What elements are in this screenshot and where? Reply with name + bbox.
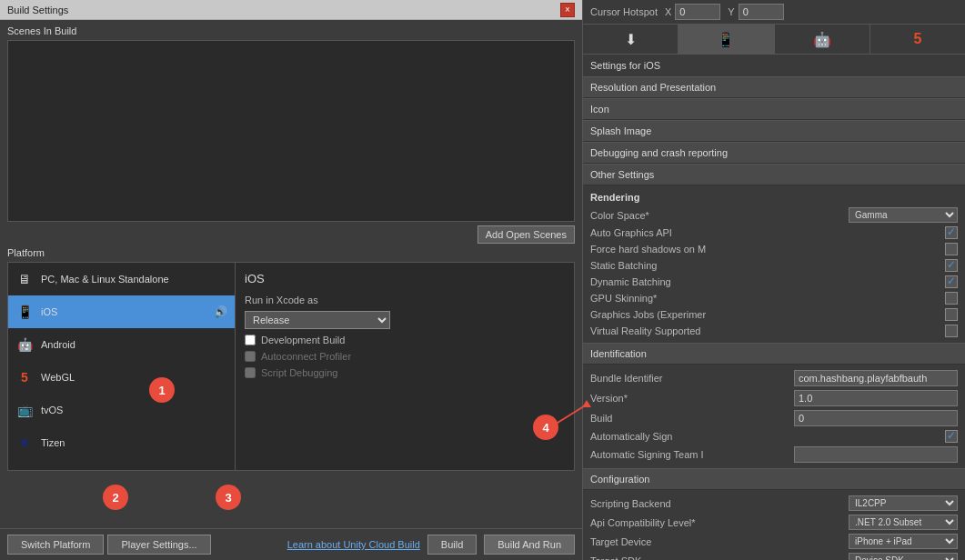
static-batching-row: Static Batching — [590, 257, 958, 274]
cursor-y-label: Y — [728, 6, 734, 17]
platform-item-ios[interactable]: 📱 iOS 🔊 — [8, 295, 235, 328]
scripting-backend-label: Scripting Backend — [590, 498, 849, 509]
virtual-reality-checkbox[interactable] — [945, 325, 958, 337]
section-header-icon[interactable]: Icon — [583, 98, 965, 120]
android-icon: 🤖 — [15, 335, 34, 354]
target-sdk-select[interactable]: Device SDK Simulator SDK — [849, 553, 958, 560]
graphics-jobs-row: Graphics Jobs (Experimer — [590, 306, 958, 323]
build-number-row: Build — [590, 408, 958, 428]
auto-graphics-label: Auto Graphics API — [590, 227, 945, 238]
auto-sign-checkbox[interactable] — [945, 430, 958, 443]
auto-sign-team-label: Automatic Signing Team I — [590, 449, 794, 460]
api-compat-select[interactable]: .NET 2.0 Subset .NET 2.0 .NET 4.x — [849, 515, 958, 530]
rendering-title: Rendering — [590, 192, 639, 203]
build-button[interactable]: Build — [427, 535, 477, 555]
auto-sign-team-row: Automatic Signing Team I — [590, 445, 958, 465]
scenes-title: Scenes In Build — [7, 25, 575, 36]
dynamic-batching-row: Dynamic Batching — [590, 274, 958, 290]
rendering-title-row: Rendering — [590, 189, 958, 205]
right-panel: Cursor Hotspot X Y ⬇ 📱 🤖 5 Settings for … — [582, 0, 965, 560]
platform-item-tizen[interactable]: ✳ Tizen — [8, 426, 235, 459]
build-number-label: Build — [590, 413, 794, 424]
auto-graphics-row: Auto Graphics API — [590, 225, 958, 241]
run-in-xcode-select-row: Release Debug — [245, 311, 565, 329]
tab-download[interactable]: ⬇ — [583, 25, 679, 54]
auto-sign-team-input[interactable] — [794, 446, 958, 463]
platform-label-webgl: WebGL — [41, 372, 227, 383]
gpu-skinning-label: GPU Skinning* — [590, 293, 945, 304]
run-in-xcode-row: Run in Xcode as — [245, 295, 565, 305]
switch-platform-button[interactable]: Switch Platform — [7, 535, 104, 555]
section-header-splash[interactable]: Splash Image — [583, 120, 965, 142]
target-sdk-row: Target SDK Device SDK Simulator SDK — [590, 551, 958, 560]
platform-item-android[interactable]: 🤖 Android — [8, 328, 235, 361]
virtual-reality-row: Virtual Reality Supported — [590, 323, 958, 339]
scripting-backend-row: Scripting Backend IL2CPP Mono — [590, 494, 958, 513]
force-hard-shadows-row: Force hard shadows on M — [590, 241, 958, 257]
section-header-other[interactable]: Other Settings — [583, 164, 965, 185]
gpu-skinning-checkbox[interactable] — [945, 292, 958, 305]
tab-ios[interactable]: 📱 — [679, 25, 774, 54]
static-batching-label: Static Batching — [590, 260, 945, 271]
run-in-xcode-label: Run in Xcode as — [245, 295, 318, 305]
section-header-identification[interactable]: Identification — [583, 343, 965, 365]
tvos-icon: 📺 — [15, 401, 34, 419]
platform-item-webgl[interactable]: 5 WebGL — [8, 361, 235, 394]
tab-android[interactable]: 🤖 — [775, 25, 870, 54]
color-space-label: Color Space* — [590, 210, 849, 221]
bundle-id-input[interactable] — [794, 370, 958, 386]
tizen-icon: ✳ — [15, 434, 34, 452]
section-header-resolution[interactable]: Resolution and Presentation — [583, 76, 965, 98]
platform-item-xbox[interactable]: ⊞ Xbox On — [8, 459, 235, 470]
api-compat-label: Api Compatibility Level* — [590, 517, 849, 528]
cursor-x-input[interactable] — [675, 4, 720, 20]
platform-content: 🖥 PC, Mac & Linux Standalone 📱 iOS 🔊 🤖 A… — [7, 262, 575, 471]
cursor-x-label: X — [665, 6, 671, 17]
ios-speaker-icon: 🔊 — [214, 305, 227, 318]
target-device-select[interactable]: iPhone + iPad iPhone Only iPad Only — [849, 534, 958, 549]
version-input[interactable] — [794, 390, 958, 406]
bundle-id-label: Bundle Identifier — [590, 373, 794, 384]
rendering-section: Rendering Color Space* Gamma Linear Auto… — [583, 185, 965, 343]
auto-graphics-checkbox[interactable] — [945, 226, 958, 239]
autoconnect-profiler-checkbox[interactable] — [245, 351, 256, 362]
static-batching-checkbox[interactable] — [945, 259, 958, 272]
cloud-build-link[interactable]: Learn about Unity Cloud Build — [287, 539, 420, 550]
development-build-checkbox[interactable] — [245, 335, 256, 345]
scenes-section: Scenes In Build — [0, 20, 582, 222]
section-header-configuration[interactable]: Configuration — [583, 468, 965, 490]
force-hard-shadows-checkbox[interactable] — [945, 243, 958, 255]
close-button[interactable]: × — [560, 3, 575, 17]
graphics-jobs-checkbox[interactable] — [945, 308, 958, 321]
tab-html5[interactable]: 5 — [870, 25, 965, 54]
virtual-reality-label: Virtual Reality Supported — [590, 325, 945, 336]
platform-detail-title: iOS — [245, 272, 565, 285]
section-header-debugging[interactable]: Debugging and crash reporting — [583, 142, 965, 164]
platform-label-pc: PC, Mac & Linux Standalone — [41, 274, 227, 285]
color-space-select[interactable]: Gamma Linear — [849, 207, 958, 223]
platform-section: Platform 🖥 PC, Mac & Linux Standalone 📱 … — [0, 247, 582, 528]
build-number-input[interactable] — [794, 410, 958, 426]
dynamic-batching-label: Dynamic Batching — [590, 276, 945, 287]
window-title: Build Settings — [7, 5, 560, 15]
bottom-bar-left: Switch Platform Player Settings... — [7, 535, 211, 555]
cursor-hotspot-row: Cursor Hotspot X Y — [583, 0, 965, 25]
build-and-run-button[interactable]: Build And Run — [484, 535, 575, 555]
player-settings-button[interactable]: Player Settings... — [107, 535, 210, 555]
add-open-scenes-button[interactable]: Add Open Scenes — [477, 225, 575, 244]
dynamic-batching-checkbox[interactable] — [945, 275, 958, 288]
platform-item-tvos[interactable]: 📺 tvOS — [8, 394, 235, 426]
target-device-label: Target Device — [590, 536, 849, 547]
development-build-label: Development Build — [261, 335, 345, 345]
scripting-backend-select[interactable]: IL2CPP Mono — [849, 495, 958, 511]
title-bar: Build Settings × — [0, 0, 582, 20]
auto-sign-label: Automatically Sign — [590, 431, 945, 442]
cursor-hotspot-label: Cursor Hotspot — [590, 6, 658, 17]
platform-tabs: ⬇ 📱 🤖 5 — [583, 25, 965, 55]
left-panel: Scenes In Build Add Open Scenes Platform… — [0, 20, 582, 560]
platform-item-pc[interactable]: 🖥 PC, Mac & Linux Standalone — [8, 263, 235, 295]
autoconnect-profiler-row: Autoconnect Profiler — [245, 351, 565, 362]
script-debugging-checkbox[interactable] — [245, 367, 256, 378]
run-in-xcode-select[interactable]: Release Debug — [245, 311, 390, 329]
cursor-y-input[interactable] — [739, 4, 784, 20]
